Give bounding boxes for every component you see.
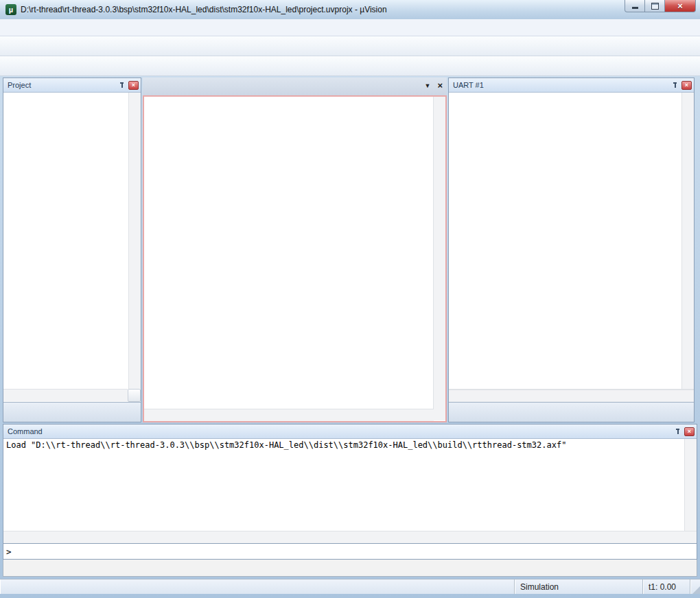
uart-horizontal-scrollbar[interactable] xyxy=(449,390,694,402)
editor-area: ▼ × xyxy=(143,77,447,422)
editor-vertical-scrollbar[interactable] xyxy=(433,97,445,409)
command-output[interactable]: Load "D:\\rt-thread\\rt-thread-3.0.3\\bs… xyxy=(3,439,684,531)
uvision-window: µ D:\rt-thread\rt-thread-3.0.3\bsp\stm32… xyxy=(0,0,700,598)
uart-panel-title: UART #1 xyxy=(453,81,672,89)
pin-icon[interactable] xyxy=(675,428,681,435)
command-horizontal-scrollbar[interactable] xyxy=(3,531,697,543)
project-horizontal-scrollbar[interactable] xyxy=(3,389,128,401)
command-panel-header: Command × xyxy=(3,424,697,439)
code-editor-body xyxy=(144,97,445,409)
main-area: Project × ▼ × xyxy=(0,76,700,422)
project-scroll-down-button[interactable] xyxy=(128,389,141,402)
command-output-area: Load "D:\\rt-thread\\rt-thread-3.0.3\\bs… xyxy=(3,439,697,531)
code-editor-frame xyxy=(143,95,447,422)
window-frame-bottom xyxy=(0,594,700,598)
debug-view-tabs xyxy=(449,402,694,422)
command-vertical-scrollbar[interactable] xyxy=(684,439,697,531)
project-panel: Project × xyxy=(3,77,141,422)
command-panel-title: Command xyxy=(8,427,675,435)
file-toolbar xyxy=(0,36,700,56)
project-vertical-scrollbar[interactable] xyxy=(128,93,141,389)
minimize-button[interactable] xyxy=(625,0,645,12)
project-panel-title: Project xyxy=(8,81,119,89)
uart-panel-close-button[interactable]: × xyxy=(681,81,692,90)
document-list-dropdown-icon[interactable]: ▼ xyxy=(424,82,430,89)
uart-panel: UART #1 × xyxy=(448,77,695,422)
window-title: D:\rt-thread\rt-thread-3.0.3\bsp\stm32f1… xyxy=(21,5,387,14)
close-button[interactable]: × xyxy=(664,0,696,12)
resize-grip[interactable] xyxy=(690,579,700,594)
debug-toolbar xyxy=(0,56,700,76)
status-sim-time: t1: 0.00 xyxy=(642,579,690,594)
uart-panel-header: UART #1 × xyxy=(449,78,694,93)
command-prompt: > xyxy=(6,547,12,557)
project-panel-close-button[interactable]: × xyxy=(128,81,139,90)
command-panel: Command × Load "D:\\rt-thread\\rt-thread… xyxy=(3,424,697,544)
resize-grip-icon xyxy=(692,586,700,594)
project-tree-wrap xyxy=(3,93,141,389)
project-panel-header: Project × xyxy=(3,78,141,93)
restore-button[interactable] xyxy=(645,0,664,12)
uart-content xyxy=(449,93,694,390)
status-bar: Simulation t1: 0.00 xyxy=(0,579,700,594)
editor-tab-buttons: ▼ × xyxy=(424,82,443,90)
close-icon: × xyxy=(677,1,683,10)
restore-icon xyxy=(651,3,659,10)
document-close-icon[interactable]: × xyxy=(437,82,443,90)
command-shortcut-bar xyxy=(3,560,697,577)
pin-icon[interactable] xyxy=(672,82,679,88)
status-mode: Simulation xyxy=(514,579,642,594)
project-bottom-tabs xyxy=(3,402,141,422)
title-bar[interactable]: µ D:\rt-thread\rt-thread-3.0.3\bsp\stm32… xyxy=(0,0,700,19)
command-input-row: > xyxy=(3,544,697,560)
minimize-icon xyxy=(632,7,638,9)
command-panel-close-button[interactable]: × xyxy=(684,427,695,436)
uvision-logo-icon: µ xyxy=(5,4,16,15)
uart-vertical-scrollbar[interactable] xyxy=(681,93,694,389)
project-tree xyxy=(3,93,128,389)
pin-icon[interactable] xyxy=(119,82,126,88)
command-input[interactable] xyxy=(12,545,697,558)
status-message-area xyxy=(0,579,514,594)
uart-output[interactable] xyxy=(449,93,681,389)
window-controls: × xyxy=(625,0,696,12)
editor-scrollbar-corner xyxy=(434,409,445,420)
code-editor[interactable] xyxy=(144,97,433,409)
editor-tab-bar: ▼ × xyxy=(143,77,447,95)
editor-horizontal-scrollbar[interactable] xyxy=(144,409,434,421)
menu-bar xyxy=(0,19,700,36)
